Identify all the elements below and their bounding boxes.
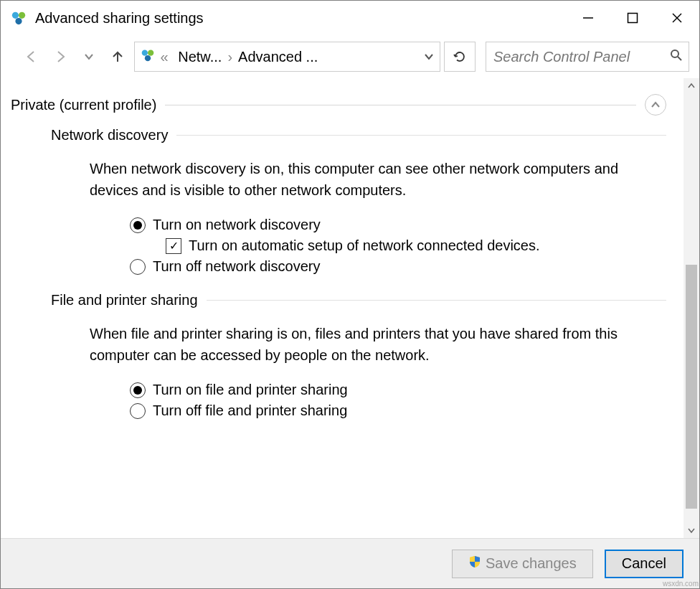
svg-point-7 xyxy=(142,50,148,55)
svg-point-1 xyxy=(19,12,25,19)
search-input[interactable] xyxy=(492,48,667,66)
window-title: Advanced sharing settings xyxy=(35,10,566,27)
file-printer-description: When file and printer sharing is on, fil… xyxy=(90,323,649,366)
svg-line-11 xyxy=(678,57,681,60)
refresh-icon xyxy=(453,50,467,64)
vertical-scrollbar[interactable] xyxy=(684,78,699,538)
window-frame: Advanced sharing settings xyxy=(0,0,700,589)
collapse-toggle[interactable] xyxy=(645,94,666,116)
option-label: Turn on automatic setup of network conne… xyxy=(189,237,540,254)
address-bar[interactable]: « Netw... › Advanced ... xyxy=(134,42,440,72)
file-printer-header: File and printer sharing xyxy=(51,292,666,308)
option-label: Turn off network discovery xyxy=(153,258,320,275)
scroll-up-icon[interactable] xyxy=(684,78,699,94)
svg-rect-4 xyxy=(628,14,638,23)
minimize-button[interactable] xyxy=(566,1,610,35)
option-turn-off-discovery[interactable]: Turn off network discovery xyxy=(130,258,666,275)
chevron-down-icon xyxy=(424,52,434,62)
radio-icon xyxy=(130,382,146,398)
option-turn-on-discovery[interactable]: Turn on network discovery xyxy=(130,217,666,233)
settings-panel: Private (current profile) Network discov… xyxy=(1,78,684,538)
minimize-icon xyxy=(582,12,594,24)
title-bar: Advanced sharing settings xyxy=(1,1,699,35)
radio-icon xyxy=(130,403,146,419)
option-turn-off-sharing[interactable]: Turn off file and printer sharing xyxy=(130,402,666,419)
recent-dropdown[interactable] xyxy=(77,44,101,69)
back-button[interactable] xyxy=(19,44,44,69)
radio-icon xyxy=(130,217,146,233)
search-box[interactable] xyxy=(486,42,689,72)
search-icon[interactable] xyxy=(670,49,683,65)
network-discovery-header: Network discovery xyxy=(51,127,666,143)
save-button-label: Save changes xyxy=(486,555,577,572)
cancel-button[interactable]: Cancel xyxy=(605,550,684,578)
cancel-button-label: Cancel xyxy=(622,555,666,572)
app-icon xyxy=(11,10,27,26)
radio-icon xyxy=(130,259,146,275)
chevron-up-icon xyxy=(651,100,661,110)
profile-label: Private (current profile) xyxy=(11,97,156,113)
maximize-icon xyxy=(627,12,638,24)
back-arrow-icon xyxy=(24,49,39,65)
file-printer-label: File and printer sharing xyxy=(51,292,198,308)
save-changes-button[interactable]: Save changes xyxy=(452,550,593,578)
breadcrumb-sep-icon: › xyxy=(227,49,232,65)
maximize-button[interactable] xyxy=(610,1,655,35)
network-discovery-description: When network discovery is on, this compu… xyxy=(90,158,649,201)
profile-section-header: Private (current profile) xyxy=(11,94,666,116)
address-dropdown[interactable] xyxy=(418,49,440,65)
up-button[interactable] xyxy=(105,44,130,69)
option-label: Turn on network discovery xyxy=(153,217,321,233)
svg-point-0 xyxy=(12,12,19,19)
svg-point-2 xyxy=(15,18,22,24)
up-arrow-icon xyxy=(110,49,126,65)
svg-point-10 xyxy=(671,50,678,57)
option-turn-on-sharing[interactable]: Turn on file and printer sharing xyxy=(130,382,666,398)
divider xyxy=(165,105,636,105)
address-icon xyxy=(141,48,155,66)
svg-point-9 xyxy=(145,55,151,61)
breadcrumb-item-network[interactable]: Netw... xyxy=(178,49,222,65)
file-printer-options: Turn on file and printer sharing Turn of… xyxy=(130,382,666,419)
scroll-down-icon[interactable] xyxy=(684,522,699,538)
network-discovery-label: Network discovery xyxy=(51,127,168,143)
scrollbar-thumb[interactable] xyxy=(686,265,697,509)
refresh-button[interactable] xyxy=(444,42,476,72)
option-auto-setup[interactable]: Turn on automatic setup of network conne… xyxy=(166,237,666,254)
close-button[interactable] xyxy=(655,1,699,35)
svg-point-8 xyxy=(148,50,153,55)
checkbox-icon xyxy=(166,238,181,254)
breadcrumb-item-advanced[interactable]: Advanced ... xyxy=(238,49,318,65)
close-icon xyxy=(671,12,683,24)
forward-button[interactable] xyxy=(48,44,72,69)
divider xyxy=(207,300,666,301)
breadcrumb-overflow[interactable]: « xyxy=(156,49,172,65)
nav-bar: « Netw... › Advanced ... xyxy=(1,35,699,78)
forward-arrow-icon xyxy=(52,49,68,65)
content-area: Private (current profile) Network discov… xyxy=(1,78,699,538)
chevron-down-icon xyxy=(84,52,94,62)
shield-icon xyxy=(468,555,481,572)
network-discovery-options: Turn on network discovery Turn on automa… xyxy=(130,217,666,275)
option-label: Turn off file and printer sharing xyxy=(153,402,347,419)
divider xyxy=(176,135,666,136)
option-label: Turn on file and printer sharing xyxy=(153,382,348,398)
watermark: wsxdn.com xyxy=(663,580,699,588)
footer-bar: Save changes Cancel xyxy=(1,538,699,588)
